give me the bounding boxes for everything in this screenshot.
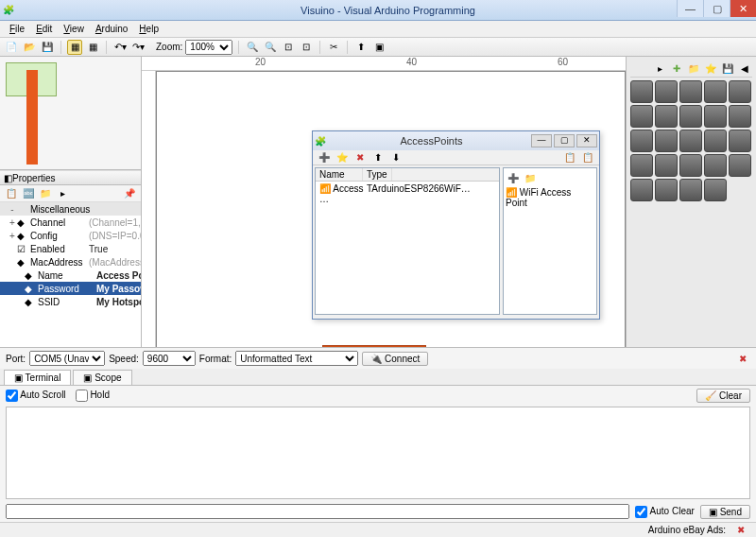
menu-help[interactable]: Help [133, 22, 164, 36]
dialog-right-panel[interactable]: ➕ 📁 📶 WiFi Access Point [503, 167, 597, 315]
zoom-fit-icon[interactable]: ⊡ [281, 40, 296, 55]
menu-view[interactable]: View [58, 22, 90, 36]
palette-item-22[interactable] [679, 179, 702, 201]
save-icon[interactable]: 💾 [40, 40, 55, 55]
dialog-minimize[interactable]: — [531, 134, 552, 147]
close-button[interactable]: ✕ [730, 0, 756, 17]
open-icon[interactable]: 📂 [22, 40, 37, 55]
zoom-select[interactable]: 100% [185, 40, 232, 55]
palette-item-18[interactable] [704, 154, 727, 177]
status-close-icon[interactable]: ✖ [733, 523, 748, 538]
dlg-up-icon[interactable]: ⬆ [370, 150, 386, 165]
dlg-star-icon[interactable]: ⭐ [335, 150, 350, 165]
palette-item-9[interactable] [729, 105, 751, 128]
palette-item-4[interactable] [729, 80, 751, 103]
zoom-sel-icon[interactable]: ⊡ [299, 40, 314, 55]
dialog-titlebar[interactable]: 🧩 AccessPoints — ▢ ✕ [313, 131, 599, 150]
properties-header[interactable]: ◧ Properties [0, 170, 141, 185]
prop-row-miscellaneous[interactable]: -Miscellaneous [0, 202, 141, 216]
palette-item-16[interactable] [655, 154, 678, 177]
autoclear-check[interactable]: Auto Clear [635, 506, 694, 518]
port-select[interactable]: COM5 (Unava [29, 351, 105, 366]
send-input[interactable] [6, 504, 629, 519]
dialog-maximize[interactable]: ▢ [554, 134, 575, 147]
minimize-button[interactable]: — [677, 0, 703, 17]
dlg-paste-icon[interactable]: 📋 [580, 150, 595, 165]
overview-panel[interactable] [0, 57, 141, 170]
prop-row-ssid[interactable]: ◆SSIDMy Hotspot SSID [0, 295, 141, 308]
palette-item-11[interactable] [655, 130, 678, 152]
palette-item-23[interactable] [704, 179, 727, 201]
terminal-output[interactable] [6, 407, 750, 499]
prop-row-macaddress[interactable]: ◆MacAddress(MacAddress=00-0… [0, 255, 141, 268]
pal-back-icon[interactable]: ◀ [737, 61, 752, 76]
palette-item-21[interactable] [655, 179, 678, 201]
filter-icon[interactable]: 📁 [38, 186, 53, 201]
palette-item-15[interactable] [630, 154, 653, 177]
palette-item-17[interactable] [679, 154, 702, 177]
clear-button[interactable]: 🧹 Clear [696, 389, 750, 403]
pal-tree-icon[interactable]: ▸ [652, 61, 667, 76]
format-select[interactable]: Unformatted Text [235, 351, 358, 366]
pal-star-icon[interactable]: ⭐ [703, 61, 718, 76]
new-icon[interactable]: 📄 [4, 40, 19, 55]
palette-item-2[interactable] [679, 80, 702, 103]
upload-icon[interactable]: ⬆ [353, 40, 369, 55]
palette-item-6[interactable] [655, 105, 678, 128]
palette-item-3[interactable] [704, 80, 727, 103]
right-item[interactable]: 📶 WiFi Access Point [506, 187, 594, 208]
cat-icon[interactable]: 📋 [4, 186, 19, 201]
pal-folder-icon[interactable]: 📁 [686, 61, 701, 76]
dialog-close[interactable]: ✕ [576, 134, 597, 147]
prop-row-channel[interactable]: +◆Channel(Channel=1,Enable… [0, 216, 141, 229]
dialog-list[interactable]: NameType 📶 Access …TArduinoESP8266WiF… [315, 167, 500, 315]
send-button[interactable]: ▣ Send [700, 505, 750, 519]
dlg-del-icon[interactable]: ✖ [352, 150, 368, 165]
palette-item-12[interactable] [679, 130, 702, 152]
dlg-r-add-icon[interactable]: ➕ [506, 170, 521, 185]
dlg-r-folder-icon[interactable]: 📁 [523, 170, 538, 185]
pin-icon[interactable]: 📌 [122, 186, 137, 201]
menu-arduino[interactable]: Arduino [90, 22, 133, 36]
expand-icon[interactable]: ▸ [55, 186, 70, 201]
board-icon[interactable]: ▣ [371, 40, 387, 55]
speed-select[interactable]: 9600 [143, 351, 196, 366]
zoom-in-icon[interactable]: 🔍 [245, 40, 260, 55]
dlg-copy-icon[interactable]: 📋 [562, 150, 577, 165]
align-icon[interactable]: ▦ [67, 40, 82, 55]
dlg-add-icon[interactable]: ➕ [317, 150, 332, 165]
accesspoints-dialog[interactable]: 🧩 AccessPoints — ▢ ✕ ➕ ⭐ ✖ ⬆ ⬇ 📋 📋 NameT… [312, 130, 600, 320]
cut-icon[interactable]: ✂ [326, 40, 341, 55]
palette-item-14[interactable] [729, 130, 751, 152]
prop-row-name[interactable]: ◆NameAccess Point1 [0, 268, 141, 282]
palette-item-1[interactable] [655, 80, 678, 103]
palette-item-0[interactable] [630, 80, 653, 103]
palette-item-20[interactable] [630, 179, 653, 201]
palette-item-5[interactable] [630, 105, 653, 128]
dlg-down-icon[interactable]: ⬇ [388, 150, 404, 165]
hold-check[interactable]: Hold [76, 390, 110, 402]
grid-icon[interactable]: ▦ [85, 40, 100, 55]
term-close-icon[interactable]: ✖ [735, 351, 750, 366]
az-icon[interactable]: 🔤 [21, 186, 36, 201]
prop-row-config[interactable]: +◆Config(DNS=IP=0.0.0.0,E… [0, 229, 141, 242]
tab-terminal[interactable]: ▣ Terminal [4, 370, 71, 385]
palette-item-10[interactable] [630, 130, 653, 152]
zoom-out-icon[interactable]: 🔍 [263, 40, 278, 55]
redo-icon[interactable]: ↷▾ [130, 40, 146, 55]
autoscroll-check[interactable]: Auto Scroll [6, 390, 66, 402]
prop-row-password[interactable]: ◆PasswordMy Passowrd [0, 282, 141, 295]
undo-icon[interactable]: ↶▾ [112, 40, 128, 55]
prop-row-enabled[interactable]: ☑EnabledTrue [0, 242, 141, 255]
palette-item-8[interactable] [704, 105, 727, 128]
palette-item-7[interactable] [679, 105, 702, 128]
tab-scope[interactable]: ▣ Scope [73, 370, 131, 385]
pal-add-icon[interactable]: ✚ [669, 61, 684, 76]
connect-button[interactable]: 🔌 Connect [362, 352, 428, 366]
palette-item-19[interactable] [729, 154, 751, 177]
menu-file[interactable]: File [4, 22, 30, 36]
menu-edit[interactable]: Edit [30, 22, 58, 36]
palette-item-13[interactable] [704, 130, 727, 152]
pal-fav-icon[interactable]: 💾 [720, 61, 735, 76]
maximize-button[interactable]: ▢ [703, 0, 730, 17]
